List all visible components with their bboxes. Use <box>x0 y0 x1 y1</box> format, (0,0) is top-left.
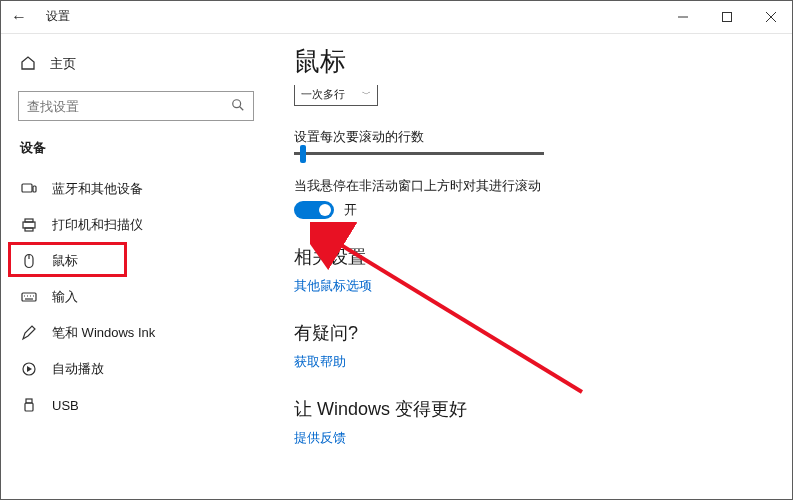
search-container <box>0 82 272 121</box>
scroll-lines-label: 设置每次要滚动的行数 <box>294 128 771 146</box>
sidebar-home[interactable]: 主页 <box>0 46 272 82</box>
scroll-mode-dropdown[interactable]: 一次多行 ﹀ <box>294 85 378 106</box>
inactive-scroll-toggle-row: 开 <box>294 201 771 219</box>
search-box[interactable] <box>18 91 254 121</box>
help-header: 有疑问? <box>294 321 771 345</box>
toggle-state-label: 开 <box>344 201 357 219</box>
pen-icon <box>20 325 38 341</box>
sidebar-item-pen[interactable]: 笔和 Windows Ink <box>0 315 272 351</box>
chevron-down-icon: ﹀ <box>362 88 371 101</box>
usb-icon <box>20 397 38 413</box>
svg-rect-8 <box>23 222 35 228</box>
sidebar-item-label: USB <box>52 398 79 413</box>
close-button[interactable] <box>749 0 793 34</box>
svg-point-4 <box>233 99 241 107</box>
svg-rect-9 <box>25 219 33 222</box>
app-title: 设置 <box>46 8 70 25</box>
autoplay-icon <box>20 361 38 377</box>
sidebar-item-label: 笔和 Windows Ink <box>52 324 155 342</box>
better-windows-header: 让 Windows 变得更好 <box>294 397 771 421</box>
svg-rect-13 <box>22 293 36 301</box>
scroll-lines-slider[interactable] <box>294 152 544 155</box>
home-icon <box>20 55 36 74</box>
keyboard-icon <box>20 289 38 305</box>
sidebar-item-usb[interactable]: USB <box>0 387 272 423</box>
svg-rect-21 <box>25 403 33 411</box>
window-caption-buttons <box>661 0 793 34</box>
content-area: 主页 设备 蓝牙和其他设备 打印机和扫描仪 <box>0 34 793 500</box>
svg-rect-10 <box>25 228 33 231</box>
maximize-button[interactable] <box>705 0 749 34</box>
additional-mouse-options-link[interactable]: 其他鼠标选项 <box>294 277 372 295</box>
search-input[interactable] <box>27 99 231 114</box>
main-panel: 鼠标 一次多行 ﹀ 设置每次要滚动的行数 当我悬停在非活动窗口上方时对其进行滚动… <box>272 34 793 500</box>
sidebar-nav: 蓝牙和其他设备 打印机和扫描仪 鼠标 输入 <box>0 161 272 423</box>
sidebar-item-mouse[interactable]: 鼠标 <box>0 243 272 279</box>
feedback-link[interactable]: 提供反馈 <box>294 429 346 447</box>
sidebar-home-label: 主页 <box>50 55 76 73</box>
sidebar: 主页 设备 蓝牙和其他设备 打印机和扫描仪 <box>0 34 272 500</box>
sidebar-item-typing[interactable]: 输入 <box>0 279 272 315</box>
svg-line-5 <box>240 106 244 110</box>
dropdown-value: 一次多行 <box>301 87 345 102</box>
svg-rect-6 <box>22 184 32 192</box>
inactive-scroll-label: 当我悬停在非活动窗口上方时对其进行滚动 <box>294 177 771 195</box>
sidebar-item-label: 蓝牙和其他设备 <box>52 180 143 198</box>
back-button[interactable]: ← <box>8 8 30 26</box>
sidebar-section-label: 设备 <box>0 121 272 161</box>
printer-icon <box>20 217 38 233</box>
svg-rect-20 <box>26 399 32 403</box>
sidebar-item-label: 打印机和扫描仪 <box>52 216 143 234</box>
titlebar: ← 设置 <box>0 0 793 34</box>
bluetooth-icon <box>20 181 38 197</box>
sidebar-item-label: 输入 <box>52 288 78 306</box>
sidebar-item-bluetooth[interactable]: 蓝牙和其他设备 <box>0 171 272 207</box>
mouse-icon <box>20 253 38 269</box>
related-settings-header: 相关设置 <box>294 245 771 269</box>
sidebar-item-printers[interactable]: 打印机和扫描仪 <box>0 207 272 243</box>
minimize-button[interactable] <box>661 0 705 34</box>
sidebar-item-label: 鼠标 <box>52 252 78 270</box>
svg-rect-7 <box>33 186 36 192</box>
svg-rect-1 <box>723 12 732 21</box>
inactive-scroll-toggle[interactable] <box>294 201 334 219</box>
search-icon <box>231 98 245 115</box>
sidebar-item-label: 自动播放 <box>52 360 104 378</box>
sidebar-item-autoplay[interactable]: 自动播放 <box>0 351 272 387</box>
page-title: 鼠标 <box>294 44 771 79</box>
get-help-link[interactable]: 获取帮助 <box>294 353 346 371</box>
